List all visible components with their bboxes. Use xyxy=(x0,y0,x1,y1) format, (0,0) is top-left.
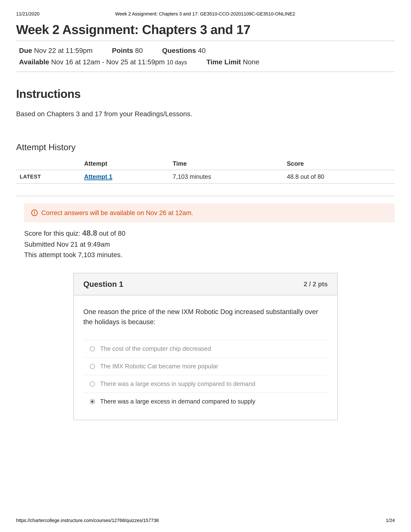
footer-url: https://chartercollege.instructure.com/c… xyxy=(16,518,159,523)
col-score: Score xyxy=(283,158,395,170)
attempt-score: 48.8 out of 80 xyxy=(283,170,395,184)
question-card: Question 1 2 / 2 pts One reason the pric… xyxy=(73,273,338,420)
divider xyxy=(16,196,395,196)
question-title: Question 1 xyxy=(83,280,123,289)
available-duration: 10 days xyxy=(167,59,187,66)
radio-icon xyxy=(90,346,95,352)
timelimit-label: Time Limit xyxy=(206,58,241,66)
attempt-history-heading: Attempt History xyxy=(16,142,395,152)
questions-label: Questions xyxy=(162,47,196,54)
radio-icon-selected xyxy=(90,399,95,404)
page-title: Week 2 Assignment: Chapters 3 and 17 xyxy=(16,22,395,37)
print-footer: https://chartercollege.instructure.com/c… xyxy=(16,518,395,523)
attempt-history-table: Attempt Time Score LATEST Attempt 1 7,10… xyxy=(16,158,395,184)
score-value: 48.8 xyxy=(82,229,97,237)
notice-text: Correct answers will be available on Nov… xyxy=(41,209,193,217)
timelimit-value: None xyxy=(243,58,260,66)
option-label: There was a large excess in demand compa… xyxy=(100,398,255,405)
available-label: Available xyxy=(19,58,49,66)
question-text: One reason the price of the new IXM Robo… xyxy=(83,307,328,327)
score-section: Score for this quiz: 48.8 out of 80 Subm… xyxy=(24,227,395,260)
due-value: Nov 22 at 11:59pm xyxy=(34,47,93,54)
score-suffix: out of 80 xyxy=(97,229,125,237)
question-option[interactable]: There was a large excess in supply compa… xyxy=(83,375,328,393)
page-indicator: 1/24 xyxy=(386,518,395,523)
print-header: 11/21/2020 Week 2 Assignment: Chapters 3… xyxy=(16,11,395,17)
print-doc-title: Week 2 Assignment: Chapters 3 and 17: GE… xyxy=(39,11,371,17)
print-date: 11/21/2020 xyxy=(16,11,39,17)
col-time: Time xyxy=(169,158,283,170)
quiz-meta: DueNov 22 at 11:59pm Points80 Questions4… xyxy=(16,41,395,72)
due-label: Due xyxy=(19,47,32,54)
alert-icon: ! xyxy=(31,209,38,216)
duration-text: This attempt took 7,103 minutes. xyxy=(24,249,395,260)
question-option[interactable]: There was a large excess in demand compa… xyxy=(83,393,328,410)
question-option[interactable]: The IMX Robotic Cat became more popular xyxy=(83,357,328,375)
instructions-heading: Instructions xyxy=(16,87,395,100)
instructions-body: Based on Chapters 3 and 17 from your Rea… xyxy=(16,110,395,118)
latest-label: LATEST xyxy=(16,170,81,184)
option-label: The cost of the computer chip decreased xyxy=(100,345,211,352)
col-attempt: Attempt xyxy=(81,158,169,170)
table-row: LATEST Attempt 1 7,103 minutes 48.8 out … xyxy=(16,170,395,184)
radio-icon xyxy=(90,364,95,369)
question-option[interactable]: The cost of the computer chip decreased xyxy=(83,340,328,357)
question-header: Question 1 2 / 2 pts xyxy=(74,273,337,295)
attempt-link[interactable]: Attempt 1 xyxy=(84,173,112,180)
option-label: There was a large excess in supply compa… xyxy=(100,380,255,387)
option-label: The IMX Robotic Cat became more popular xyxy=(100,363,218,370)
attempt-time: 7,103 minutes xyxy=(169,170,283,184)
points-label: Points xyxy=(112,47,133,54)
submitted-text: Submitted Nov 21 at 9:49am xyxy=(24,239,395,249)
questions-value: 40 xyxy=(198,47,206,54)
points-value: 80 xyxy=(135,47,143,54)
question-points: 2 / 2 pts xyxy=(304,281,328,288)
correct-answers-notice: ! Correct answers will be available on N… xyxy=(24,203,395,222)
score-prefix: Score for this quiz: xyxy=(24,229,82,237)
radio-icon xyxy=(90,381,95,387)
available-value: Nov 16 at 12am - Nov 25 at 11:59pm xyxy=(51,58,165,66)
